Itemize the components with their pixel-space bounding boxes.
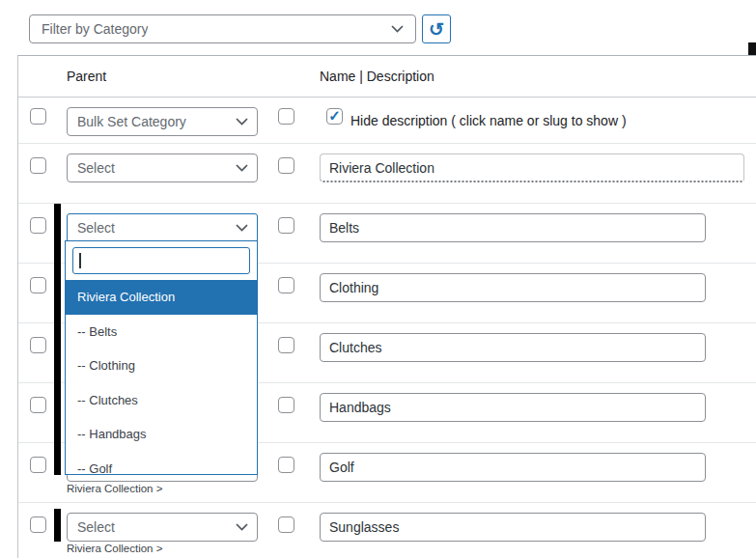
name-input[interactable] [320,393,706,422]
cropped-edge-element [748,42,756,55]
hide-description-label: Hide description ( click name or slug to… [350,98,627,144]
dropdown-option[interactable]: -- Clothing [66,349,257,383]
name-input[interactable] [320,213,706,242]
row-select-checkbox[interactable] [278,108,294,125]
chevron-down-icon [391,25,404,33]
breadcrumb: Riviera Collection > [67,543,162,554]
dropdown-options-list: Riviera Collection -- Belts -- Clothing … [66,280,257,475]
row-select-checkbox[interactable] [278,457,294,473]
bulk-set-category-select-value: Bulk Set Category [77,114,186,129]
hide-description-checkbox[interactable]: ✓ [326,108,343,125]
child-indent-bar [54,509,61,542]
name-input[interactable] [320,453,706,482]
dropdown-option[interactable]: -- Clutches [66,383,257,418]
filter-category-select[interactable]: Filter by Category [29,14,416,43]
parent-select-value: Select [77,220,115,236]
child-indent-bar [54,443,61,475]
header-name-description-label: Name | Description [320,56,434,98]
dropdown-option[interactable]: -- Belts [66,315,257,349]
row-select-checkbox[interactable] [278,277,294,293]
check-icon: ✓ [328,108,341,123]
row-select-checkbox[interactable] [30,217,46,234]
bulk-set-category-select[interactable]: Bulk Set Category [67,107,258,136]
undo-icon: ↺ [429,20,444,39]
breadcrumb: Riviera Collection > [67,483,162,494]
row-select-checkbox[interactable] [30,337,46,353]
parent-select[interactable]: Select [67,513,258,542]
parent-select-value: Select [77,519,115,535]
chevron-down-icon [236,118,248,126]
refresh-button[interactable]: ↺ [422,14,451,43]
table-row: Select Riviera Collection > [18,503,756,558]
row-select-checkbox[interactable] [278,157,294,174]
child-indent-bar [54,264,61,323]
table-row: Select [18,144,756,204]
name-input[interactable] [320,513,706,542]
chevron-down-icon [236,523,248,531]
category-manager-page: Filter by Category ↺ Parent Name | Descr… [0,0,756,558]
parent-select[interactable]: Select [67,153,258,182]
row-select-checkbox[interactable] [30,108,46,125]
parent-select[interactable]: Select [67,213,258,242]
child-indent-bar [54,323,61,383]
child-indent-bar [54,383,61,443]
parent-select-value: Select [77,160,115,176]
name-input[interactable] [320,273,706,302]
name-input[interactable] [320,333,706,362]
header-parent-label: Parent [67,56,106,98]
row-select-checkbox[interactable] [278,337,294,353]
dropdown-option[interactable]: Riviera Collection [66,280,257,315]
row-select-checkbox[interactable] [30,397,46,413]
row-select-checkbox[interactable] [30,277,46,293]
name-input[interactable] [320,153,744,182]
chevron-down-icon [236,224,248,232]
row-select-checkbox[interactable] [30,516,46,533]
bulk-actions-row: Bulk Set Category ✓ Hide description ( c… [18,98,756,144]
dropdown-option[interactable]: -- Golf [66,452,257,476]
dropdown-option[interactable]: -- Handbags [66,417,257,452]
chevron-down-icon [236,164,248,172]
row-select-checkbox[interactable] [30,157,46,174]
dropdown-search-input[interactable] [72,247,250,274]
child-indent-bar [54,204,61,264]
parent-select-dropdown: Riviera Collection -- Belts -- Clothing … [65,240,258,475]
row-select-checkbox[interactable] [278,516,294,533]
table-header-row: Parent Name | Description [18,56,756,98]
row-select-checkbox[interactable] [278,397,294,413]
row-select-checkbox[interactable] [30,457,46,473]
filter-category-select-value: Filter by Category [42,21,148,37]
text-caret [79,253,81,268]
row-select-checkbox[interactable] [278,217,294,234]
